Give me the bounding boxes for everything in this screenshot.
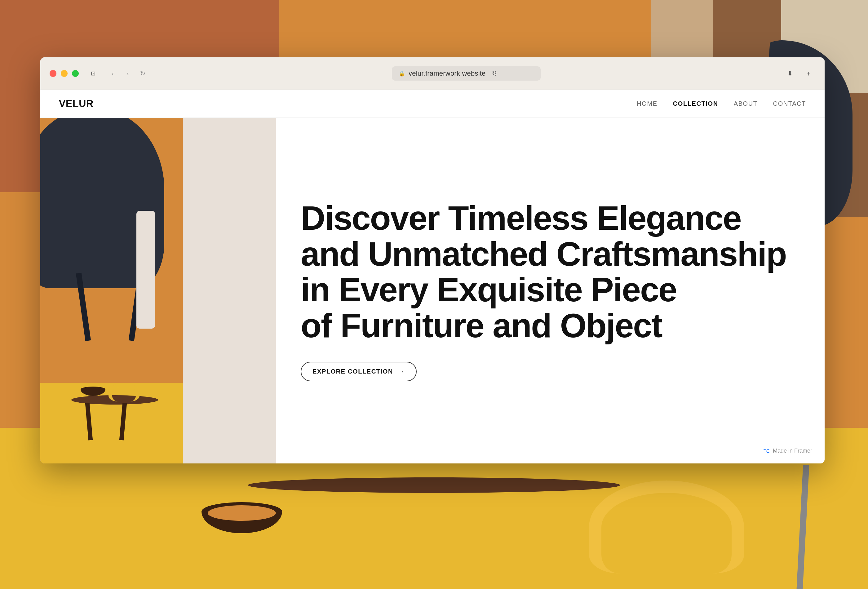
- site-logo[interactable]: VELUR: [59, 98, 637, 109]
- site-main: Discover Timeless Elegance and Unmatched…: [40, 118, 825, 464]
- url-text: velur.framerwork.website: [409, 69, 486, 78]
- hero-heading-line2: and Unmatched Craftsmanship: [301, 235, 786, 273]
- hero-left-panel: [40, 118, 276, 464]
- hero-photo-strip: [183, 118, 276, 464]
- hero-heading: Discover Timeless Elegance and Unmatched…: [301, 200, 794, 343]
- browser-chrome: ⊡ ‹ › ↻ 🔒 velur.framerwork.website ⛓ ⬇ ＋: [40, 58, 825, 90]
- browser-actions: ⬇ ＋: [783, 66, 815, 80]
- refresh-button[interactable]: ↻: [136, 66, 149, 80]
- cereal-bowl: [202, 502, 282, 533]
- lock-icon: 🔒: [399, 71, 405, 77]
- hero-right-panel: Discover Timeless Elegance and Unmatched…: [276, 118, 825, 464]
- sidebar-toggle-button[interactable]: ⊡: [86, 66, 100, 80]
- browser-window: ⊡ ‹ › ↻ 🔒 velur.framerwork.website ⛓ ⬇ ＋…: [40, 58, 825, 464]
- cereal-content: [208, 505, 276, 521]
- back-button[interactable]: ‹: [106, 66, 120, 80]
- framer-badge-label: Made in Framer: [773, 448, 812, 454]
- nav-item-about[interactable]: ABOUT: [734, 100, 758, 107]
- headphones: [108, 383, 140, 402]
- chair-leg-tall: [797, 465, 809, 589]
- close-button[interactable]: [50, 70, 56, 77]
- site-nav: HOME COLLECTION ABOUT CONTACT: [637, 100, 806, 107]
- explore-btn-arrow: →: [398, 368, 405, 375]
- nav-item-contact[interactable]: CONTACT: [773, 100, 806, 107]
- explore-btn-label: EXPLORE COLLECTION: [313, 368, 393, 375]
- address-bar: 🔒 velur.framerwork.website ⛓: [159, 66, 774, 81]
- forward-button[interactable]: ›: [121, 66, 134, 80]
- download-button[interactable]: ⬇: [783, 66, 797, 80]
- hero-heading-line1: Discover Timeless Elegance: [301, 199, 741, 237]
- maximize-button[interactable]: [72, 70, 79, 77]
- big-headphones: [589, 480, 744, 574]
- nav-buttons: ‹ › ↻: [106, 66, 149, 80]
- framer-badge: ⌥ Made in Framer: [763, 447, 812, 454]
- speaker-shape: [136, 211, 155, 329]
- framer-logo-icon: ⌥: [763, 447, 770, 454]
- nav-item-collection[interactable]: COLLECTION: [673, 100, 718, 107]
- website-content: VELUR HOME COLLECTION ABOUT CONTACT: [40, 90, 825, 464]
- hero-heading-line3: in Every Exquisite Piece: [301, 270, 677, 309]
- new-tab-button[interactable]: ＋: [802, 66, 815, 80]
- site-header: VELUR HOME COLLECTION ABOUT CONTACT: [40, 90, 825, 118]
- share-icon: ⛓: [492, 71, 497, 76]
- traffic-lights: [50, 70, 79, 77]
- minimize-button[interactable]: [61, 70, 68, 77]
- explore-collection-button[interactable]: EXPLORE COLLECTION →: [301, 362, 417, 381]
- hero-heading-line4: of Furniture and Object: [301, 306, 662, 344]
- nav-item-home[interactable]: HOME: [637, 100, 657, 107]
- address-bar-inner[interactable]: 🔒 velur.framerwork.website ⛓: [392, 66, 541, 81]
- big-table-top: [248, 477, 620, 493]
